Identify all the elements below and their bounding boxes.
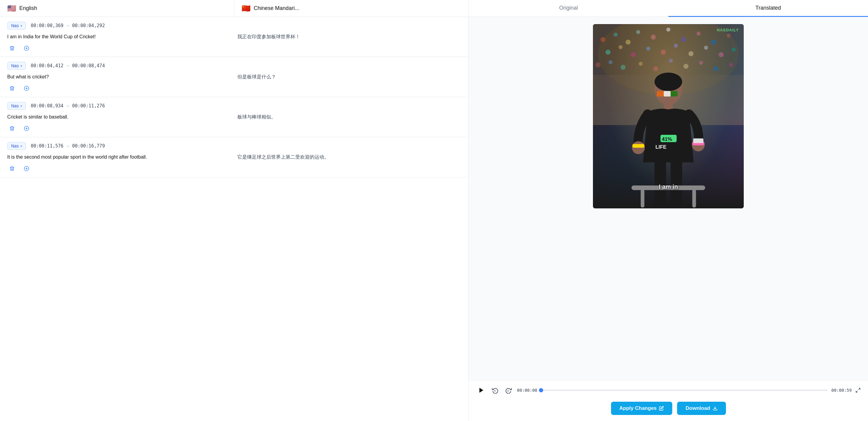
time-start-4: 00:00:11,576: [31, 143, 63, 149]
svg-point-18: [651, 35, 656, 40]
progress-thumb[interactable]: [539, 388, 543, 392]
svg-point-40: [683, 64, 688, 69]
time-row-4: Nas ▾ 00:00:11,576 — 00:00:16,779: [0, 142, 468, 154]
current-time: 00:00:00: [517, 388, 537, 393]
video-container: NASDAILY: [593, 24, 744, 208]
svg-point-24: [606, 50, 611, 55]
apply-changes-button[interactable]: Apply Changes: [611, 402, 673, 415]
download-icon: [713, 406, 717, 411]
add-button-2[interactable]: [22, 84, 31, 93]
speaker-badge-3[interactable]: Nas ▾: [7, 102, 26, 110]
add-button-1[interactable]: [22, 43, 31, 53]
time-start-2: 00:00:04,412: [31, 63, 63, 68]
svg-rect-49: [671, 91, 678, 97]
time-display-3: 00:00:08,934 — 00:00:11,276: [31, 103, 105, 108]
svg-point-19: [666, 27, 670, 31]
svg-point-25: [619, 45, 622, 49]
skip-forward-button[interactable]: 10: [504, 385, 513, 395]
svg-point-21: [696, 32, 700, 36]
translated-text-2: 但是板球是什么？: [237, 73, 461, 80]
original-text-2: But what is cricket?: [7, 73, 237, 80]
trash-icon-2: [9, 86, 15, 91]
action-row-1: [0, 40, 468, 53]
delete-button-3[interactable]: [7, 124, 17, 133]
speaker-badge-1[interactable]: Nas ▾: [7, 22, 26, 30]
time-end-3: 00:00:11,276: [72, 103, 105, 108]
delete-button-2[interactable]: [7, 84, 17, 93]
tab-header: Original Translated: [469, 0, 868, 17]
svg-point-32: [719, 52, 724, 57]
subtitle-row-4: Nas ▾ 00:00:11,576 — 00:00:16,779 It is …: [0, 137, 468, 177]
chevron-down-icon-1: ▾: [21, 24, 22, 27]
time-display-4: 00:00:11,576 — 00:00:16,779: [31, 143, 105, 149]
skip-back-icon: 10: [492, 387, 499, 394]
svg-point-35: [609, 60, 613, 64]
original-text-4: It is the second most popular sport in t…: [7, 154, 237, 161]
speaker-name-3: Nas: [11, 103, 19, 108]
video-area: NASDAILY: [469, 17, 868, 381]
plus-circle-icon-1: [24, 45, 29, 51]
svg-point-36: [621, 65, 626, 70]
language-header: 🇺🇸 English 🇨🇳 Chinese Mandari...: [0, 0, 468, 17]
time-row-3: Nas ▾ 00:00:08,934 — 00:00:11,276: [0, 102, 468, 114]
text-row-3: Cricket is similar to baseball. 板球与棒球相似。: [0, 114, 468, 121]
download-button[interactable]: Download: [677, 402, 726, 415]
speaker-name-1: Nas: [11, 23, 19, 28]
svg-line-68: [856, 391, 858, 392]
svg-rect-47: [657, 91, 664, 97]
subtitle-row-1: Nas ▾ 00:00:00,369 — 00:00:04,292 I am i…: [0, 17, 468, 57]
speaker-badge-2[interactable]: Nas ▾: [7, 62, 26, 70]
svg-point-27: [646, 47, 650, 51]
skip-back-button[interactable]: 10: [490, 385, 500, 395]
time-display-1: 00:00:00,369 — 00:00:04,292: [31, 23, 105, 28]
fullscreen-button[interactable]: [855, 388, 861, 393]
skip-forward-icon: 10: [505, 387, 512, 394]
subtitle-row-3: Nas ▾ 00:00:08,934 — 00:00:11,276 Cricke…: [0, 97, 468, 137]
chevron-down-icon-3: ▾: [21, 104, 22, 108]
subtitle-row-2: Nas ▾ 00:00:04,412 — 00:00:08,474 But wh…: [0, 57, 468, 97]
svg-rect-53: [632, 144, 645, 148]
svg-point-16: [625, 39, 631, 45]
progress-bar[interactable]: [541, 390, 828, 391]
text-row-1: I am in India for the World Cup of Crick…: [0, 33, 468, 40]
svg-point-30: [688, 51, 694, 56]
chinese-lang-col: 🇨🇳 Chinese Mandari...: [234, 0, 468, 17]
add-button-3[interactable]: [22, 124, 31, 133]
svg-text:10: 10: [507, 390, 509, 392]
tab-translated[interactable]: Translated: [668, 0, 868, 17]
chevron-down-icon-4: ▾: [21, 144, 22, 148]
add-button-4[interactable]: [22, 164, 31, 173]
english-flag-icon: 🇺🇸: [7, 4, 16, 13]
delete-button-4[interactable]: [7, 164, 17, 173]
svg-point-29: [674, 44, 678, 47]
left-panel: 🇺🇸 English 🇨🇳 Chinese Mandari... Nas ▾ 0…: [0, 0, 469, 421]
svg-point-37: [639, 62, 643, 66]
video-placeholder: NASDAILY: [593, 24, 744, 208]
play-button[interactable]: [476, 385, 487, 396]
tab-original[interactable]: Original: [469, 0, 668, 17]
chinese-lang-label: Chinese Mandari...: [254, 5, 299, 11]
chevron-down-icon-2: ▾: [21, 64, 22, 68]
english-lang-label: English: [19, 5, 37, 11]
time-display-2: 00:00:04,412 — 00:00:08,474: [31, 63, 105, 68]
svg-point-15: [614, 33, 617, 36]
svg-point-34: [595, 62, 600, 67]
svg-text:41%: 41%: [662, 136, 672, 142]
trash-icon-4: [9, 166, 15, 171]
edit-icon: [659, 406, 664, 411]
time-sep-4: —: [66, 143, 69, 149]
svg-point-17: [636, 30, 640, 34]
svg-point-46: [654, 72, 682, 91]
speaker-badge-4[interactable]: Nas ▾: [7, 142, 26, 150]
svg-point-33: [732, 47, 736, 52]
svg-line-67: [858, 388, 860, 390]
time-end-4: 00:00:16,779: [72, 143, 105, 149]
total-time: 00:00:59: [832, 388, 852, 393]
english-lang-col: 🇺🇸 English: [0, 0, 234, 17]
delete-button-1[interactable]: [7, 43, 17, 53]
time-end-1: 00:00:04,292: [72, 23, 105, 28]
action-row-2: [0, 80, 468, 93]
original-text-3: Cricket is similar to baseball.: [7, 114, 237, 121]
translated-text-4: 它是继足球之后世界上第二受欢迎的运动。: [237, 154, 461, 161]
video-subtitle-overlay: I am in: [593, 183, 744, 190]
